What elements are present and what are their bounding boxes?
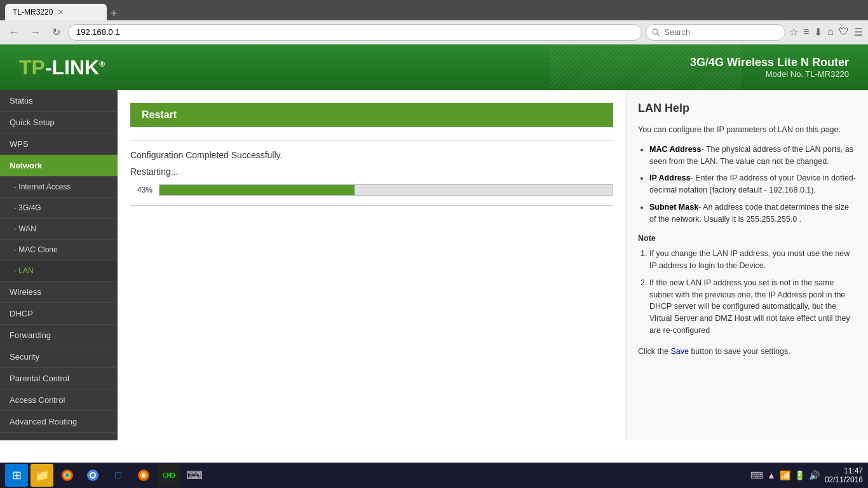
restart-bar: Restart <box>130 103 613 127</box>
bookmark-icon[interactable]: ☆ <box>789 26 798 38</box>
help-list: MAC Address- The physical address of the… <box>638 144 857 226</box>
help-note-item: If you change the LAN IP address, you mu… <box>649 248 857 272</box>
progress-track <box>159 184 613 196</box>
sidebar-item-status[interactable]: Status <box>0 90 118 112</box>
help-list-item: IP Address- Enter the IP address of your… <box>649 172 857 196</box>
help-note-item: If the new LAN IP address you set is not… <box>649 277 857 337</box>
tplink-logo: TP-LINK® <box>19 56 105 79</box>
address-input[interactable] <box>68 24 642 41</box>
help-note-title: Note <box>638 234 857 243</box>
help-panel: LAN Help You can configure the IP parame… <box>627 90 868 440</box>
sidebar: StatusQuick SetupWPSNetwork- Internet Ac… <box>0 90 118 440</box>
save-note-post: button to save your settings. <box>689 347 790 356</box>
content-area: Restart Configuration Completed Successf… <box>118 90 868 440</box>
save-link: Save <box>670 347 689 356</box>
router-header: TP-LINK® 3G/4G Wireless Lite N Router Mo… <box>0 44 868 90</box>
nav-bar: ← → ↻ ☆ ≡ ⬇ ⌂ 🛡 ☰ <box>0 20 868 44</box>
refresh-button[interactable]: ↻ <box>48 25 64 39</box>
sidebar-item-lan[interactable]: - LAN <box>0 261 118 281</box>
restart-label: Restart <box>142 109 177 120</box>
back-button[interactable]: ← <box>5 25 23 39</box>
reader-icon[interactable]: ≡ <box>803 26 809 38</box>
tab-title: TL-MR3220 <box>13 8 53 17</box>
tab-close-button[interactable]: ✕ <box>58 8 64 17</box>
divider-top <box>130 140 613 140</box>
forward-button[interactable]: → <box>27 25 44 39</box>
help-save-note: Click the Save button to save your setti… <box>638 346 857 358</box>
progress-fill <box>159 185 355 195</box>
help-notes-list: If you change the LAN IP address, you mu… <box>638 248 857 336</box>
config-success-text: Configuration Completed Successfully. <box>130 150 613 160</box>
help-intro: You can configure the IP parameters of L… <box>638 124 857 136</box>
main-layout: StatusQuick SetupWPSNetwork- Internet Ac… <box>0 90 868 440</box>
download-icon[interactable]: ⬇ <box>814 26 822 38</box>
sidebar-item-internet-access[interactable]: - Internet Access <box>0 177 118 198</box>
menu-icon[interactable]: ☰ <box>854 26 863 38</box>
progress-row: 43% <box>130 184 613 196</box>
sidebar-item-wireless[interactable]: Wireless <box>0 281 118 303</box>
sidebar-item-wan[interactable]: - WAN <box>0 219 118 240</box>
help-title: LAN Help <box>638 102 857 115</box>
save-note-pre: Click the <box>638 347 670 356</box>
home-icon[interactable]: ⌂ <box>827 26 834 38</box>
router-model-no: Model No. TL-MR3220 <box>690 69 849 79</box>
sidebar-item-network[interactable]: Network <box>0 155 118 177</box>
divider-bottom <box>130 205 613 206</box>
sidebar-item-wps[interactable]: WPS <box>0 133 118 155</box>
sidebar-item-access-control[interactable]: Access Control <box>0 390 118 411</box>
sidebar-item-forwarding[interactable]: Forwarding <box>0 325 118 346</box>
sidebar-item-advanced-routing[interactable]: Advanced Routing <box>0 411 118 433</box>
sidebar-item-3g4g[interactable]: - 3G/4G <box>0 198 118 219</box>
sidebar-item-parental-control[interactable]: Parental Control <box>0 368 118 390</box>
sidebar-item-mac-clone[interactable]: - MAC Clone <box>0 240 118 261</box>
progress-label: 43% <box>130 186 153 194</box>
tab-bar: TL-MR3220 ✕ + <box>0 0 868 20</box>
header-decoration <box>550 44 741 90</box>
sidebar-item-security[interactable]: Security <box>0 346 118 368</box>
sidebar-item-quick-setup[interactable]: Quick Setup <box>0 112 118 133</box>
search-input[interactable] <box>646 24 785 41</box>
help-list-item: MAC Address- The physical address of the… <box>649 144 857 168</box>
shield-icon[interactable]: 🛡 <box>839 26 849 38</box>
main-panel: Restart Configuration Completed Successf… <box>118 90 627 440</box>
help-list-item: Subnet Mask- An address code that determ… <box>649 201 857 226</box>
restarting-text: Restarting... <box>130 166 613 177</box>
browser-tab[interactable]: TL-MR3220 ✕ <box>5 4 107 20</box>
sidebar-item-dhcp[interactable]: DHCP <box>0 303 118 325</box>
new-tab-button[interactable]: + <box>111 7 118 20</box>
sidebar-item-bandwidth-control[interactable]: Bandwidth Control <box>0 433 118 440</box>
